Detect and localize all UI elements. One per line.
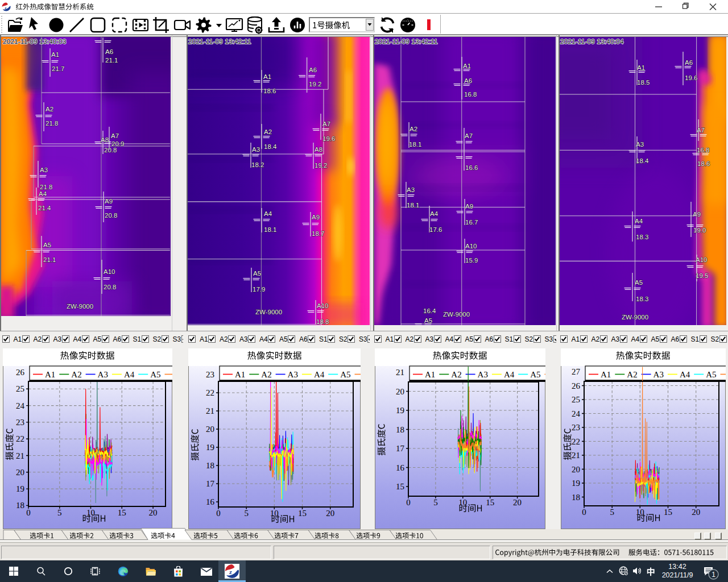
svg-text:18: 18: [572, 493, 580, 502]
svg-text:A6: A6: [685, 59, 693, 66]
svg-text:20: 20: [149, 508, 158, 517]
svg-text:20: 20: [692, 508, 700, 517]
svg-text:5: 5: [57, 508, 62, 517]
svg-text:18.1: 18.1: [407, 202, 419, 209]
svg-text:A1: A1: [263, 73, 271, 80]
svg-text:A10: A10: [317, 302, 328, 309]
svg-text:ZW-9000: ZW-9000: [443, 311, 470, 318]
svg-text:20: 20: [16, 468, 24, 477]
svg-text:16.7: 16.7: [465, 219, 478, 226]
svg-text:A1: A1: [463, 63, 471, 69]
svg-text:22: 22: [572, 437, 580, 446]
svg-text:ZW-9000: ZW-9000: [67, 303, 93, 310]
svg-text:2021-11-09 13:40:03: 2021-11-09 13:40:03: [3, 38, 67, 45]
svg-text:0: 0: [216, 509, 221, 518]
svg-text:18.5: 18.5: [637, 79, 650, 86]
svg-text:18.4: 18.4: [264, 143, 277, 150]
svg-text:A1: A1: [235, 370, 245, 379]
svg-text:A4: A4: [504, 370, 515, 379]
svg-text:17.9: 17.9: [253, 286, 265, 293]
svg-text:A5: A5: [635, 279, 643, 286]
svg-text:z: z: [5, 6, 7, 10]
svg-text:A3: A3: [40, 167, 48, 173]
svg-text:A1: A1: [51, 51, 59, 58]
svg-text:1: 1: [712, 571, 715, 579]
svg-text:A2: A2: [627, 370, 637, 379]
svg-text:A4: A4: [430, 210, 439, 217]
svg-text:21: 21: [206, 406, 214, 415]
svg-text:A9: A9: [312, 214, 320, 221]
svg-text:19.0: 19.0: [693, 227, 706, 234]
svg-text:A4: A4: [39, 190, 47, 197]
svg-text:18.3: 18.3: [636, 296, 648, 302]
svg-text:A4: A4: [680, 370, 690, 379]
svg-text:A5: A5: [150, 370, 160, 379]
svg-text:15: 15: [664, 508, 672, 517]
svg-text:A3: A3: [252, 146, 260, 153]
svg-text:20.8: 20.8: [105, 212, 117, 219]
svg-text:ZW-9000: ZW-9000: [255, 309, 282, 315]
svg-text:A4: A4: [264, 210, 272, 217]
svg-text:A10: A10: [465, 243, 477, 250]
svg-text:26: 26: [572, 381, 581, 390]
svg-text:18.6: 18.6: [697, 160, 710, 167]
svg-text:2021-11-09 13:42:11: 2021-11-09 13:42:11: [375, 38, 438, 45]
svg-text:A3: A3: [98, 370, 108, 379]
svg-text:18.1: 18.1: [264, 226, 276, 233]
svg-text:A6: A6: [309, 66, 317, 73]
svg-text:A3: A3: [653, 370, 664, 379]
svg-text:A4: A4: [635, 218, 643, 225]
svg-text:19.6: 19.6: [685, 74, 697, 81]
svg-text:27: 27: [572, 367, 581, 376]
svg-text:19.5: 19.5: [696, 272, 708, 279]
svg-text:A5: A5: [530, 370, 540, 379]
svg-text:18.6: 18.6: [263, 88, 276, 94]
svg-text:21.8: 21.8: [46, 120, 58, 127]
svg-text:21.1: 21.1: [105, 57, 118, 64]
svg-text:17.6: 17.6: [429, 226, 442, 233]
svg-text:A2: A2: [46, 106, 53, 113]
svg-text:0: 0: [26, 508, 31, 517]
svg-text:19: 19: [16, 484, 24, 493]
svg-text:15: 15: [396, 482, 404, 491]
svg-text:2021-11-09 13:40:04: 2021-11-09 13:40:04: [560, 38, 624, 45]
svg-text:0: 0: [582, 508, 586, 517]
svg-text:A8: A8: [101, 136, 109, 143]
svg-text:25: 25: [16, 384, 24, 393]
svg-text:15: 15: [298, 509, 307, 518]
svg-text:20: 20: [206, 425, 214, 434]
svg-text:22: 22: [206, 388, 214, 397]
svg-text:A7: A7: [111, 132, 119, 139]
svg-text:5: 5: [244, 509, 249, 518]
svg-text:A7: A7: [697, 127, 705, 134]
svg-text:A5: A5: [43, 242, 51, 248]
svg-text:A1: A1: [45, 370, 55, 379]
svg-text:18.1: 18.1: [409, 141, 421, 148]
svg-text:18.4: 18.4: [636, 157, 649, 164]
svg-text:0: 0: [406, 498, 411, 507]
svg-text:22: 22: [16, 434, 24, 443]
svg-text:A3: A3: [636, 141, 644, 148]
svg-text:20: 20: [513, 498, 522, 507]
svg-text:23: 23: [572, 423, 580, 432]
svg-text:26: 26: [16, 368, 25, 377]
svg-text:A4: A4: [314, 370, 325, 379]
svg-text:5: 5: [610, 508, 614, 517]
svg-text:A1: A1: [425, 370, 435, 379]
svg-text:A10: A10: [104, 268, 115, 275]
svg-text:A1: A1: [601, 370, 611, 379]
svg-text:18.8: 18.8: [316, 318, 329, 325]
svg-text:A2: A2: [410, 126, 417, 132]
svg-text:20.8: 20.8: [104, 147, 117, 153]
svg-text:A5: A5: [253, 270, 261, 277]
svg-text:21.7: 21.7: [52, 65, 64, 72]
svg-text:ZW-9000: ZW-9000: [622, 314, 648, 321]
svg-text:18: 18: [16, 501, 24, 510]
svg-text:19.2: 19.2: [315, 162, 327, 169]
svg-text:2021-11-09 13:42:11: 2021-11-09 13:42:11: [188, 38, 251, 45]
svg-text:18.7: 18.7: [312, 230, 324, 237]
svg-text:21.8: 21.8: [40, 184, 52, 190]
svg-text:16.8: 16.8: [464, 91, 477, 98]
svg-text:A2: A2: [71, 370, 81, 379]
svg-text:19.6: 19.6: [322, 135, 335, 142]
